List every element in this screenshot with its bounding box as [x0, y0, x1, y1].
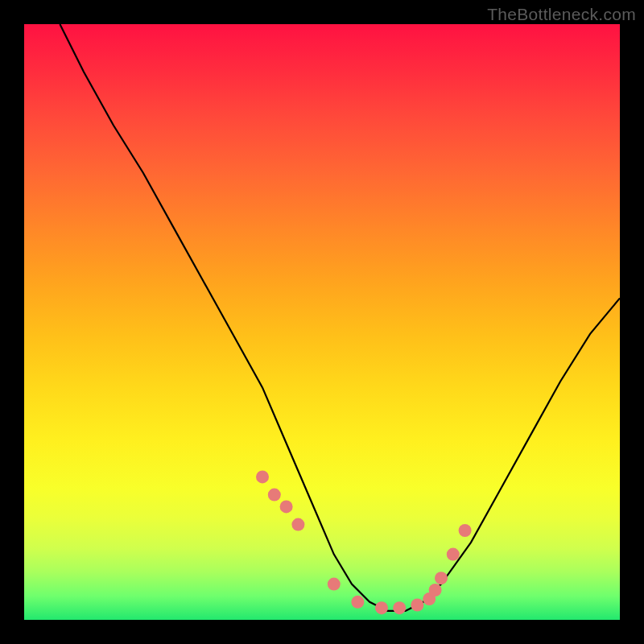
marker-dot	[351, 596, 364, 609]
bottleneck-curve	[60, 24, 620, 611]
marker-dot	[429, 584, 442, 597]
chart-svg	[24, 24, 620, 620]
marker-dot	[256, 470, 269, 483]
marker-dot	[447, 548, 460, 561]
marker-group	[256, 470, 472, 614]
marker-dot	[291, 518, 304, 531]
marker-dot	[268, 489, 281, 502]
marker-dot	[435, 572, 448, 584]
plot-area	[24, 24, 620, 620]
marker-dot	[411, 599, 423, 612]
marker-dot	[393, 601, 406, 614]
watermark-text: TheBottleneck.com	[487, 5, 636, 24]
chart-frame: TheBottleneck.com	[0, 0, 644, 644]
marker-dot	[328, 578, 341, 591]
marker-dot	[375, 601, 388, 614]
marker-dot	[459, 524, 472, 537]
marker-dot	[280, 500, 293, 513]
